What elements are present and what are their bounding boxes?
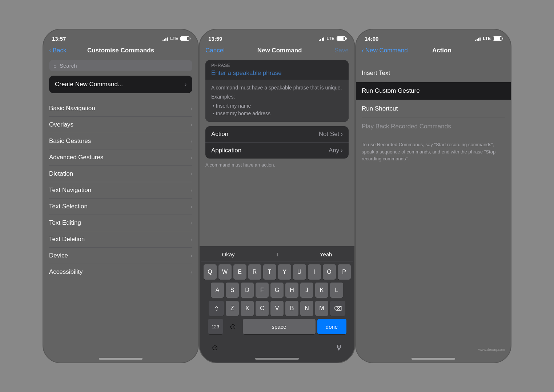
key-b[interactable]: B <box>285 301 298 316</box>
key-shift[interactable]: ⇧ <box>209 301 224 316</box>
status-time-3: 14:00 <box>365 36 378 42</box>
list-item-advanced-gestures[interactable]: Advanced Gestures › <box>49 149 192 166</box>
key-k[interactable]: K <box>315 283 328 298</box>
key-x[interactable]: X <box>241 301 254 316</box>
create-command-button[interactable]: Create New Command... › <box>49 76 192 93</box>
back-button-1[interactable]: ‹ Back <box>49 47 66 54</box>
signal-icon-2 <box>319 37 324 41</box>
key-a[interactable]: A <box>211 283 224 298</box>
lte-label-2: LTE <box>326 36 334 41</box>
list-label-text-navigation: Text Navigation <box>49 187 91 194</box>
key-i[interactable]: I <box>308 264 321 280</box>
action-item-run-shortcut[interactable]: Run Shortcut <box>362 100 505 118</box>
action-label: Action <box>211 131 228 138</box>
action-item-insert-text[interactable]: Insert Text <box>362 64 505 82</box>
battery-icon-1 <box>180 36 189 41</box>
key-j[interactable]: J <box>300 283 313 298</box>
suggestion-okay[interactable]: Okay <box>222 251 235 257</box>
key-l[interactable]: L <box>330 283 343 298</box>
key-done[interactable]: done <box>317 319 346 334</box>
suggestion-yeah[interactable]: Yeah <box>320 251 332 257</box>
home-indicator-1 <box>99 358 142 360</box>
key-delete[interactable]: ⌫ <box>330 301 345 316</box>
list-item-text-navigation[interactable]: Text Navigation › <box>49 182 192 199</box>
key-m[interactable]: M <box>315 301 328 316</box>
list-item-device[interactable]: Device › <box>49 248 192 264</box>
action-item-playback[interactable]: Play Back Recorded Commands <box>362 118 505 135</box>
list-item-dictation[interactable]: Dictation › <box>49 166 192 182</box>
status-bar-2: 13:59 LTE <box>200 29 354 45</box>
status-icons-2: LTE <box>319 36 346 41</box>
create-command-chevron: › <box>185 81 186 88</box>
action-item-run-custom-gesture[interactable]: Run Custom Gesture <box>356 82 511 100</box>
key-u[interactable]: U <box>293 264 306 280</box>
list-label-basic-navigation: Basic Navigation <box>49 105 95 112</box>
list-item-overlays[interactable]: Overlays › <box>49 117 192 133</box>
back-button-3[interactable]: ‹ New Command <box>362 47 408 54</box>
cancel-button[interactable]: Cancel <box>205 47 225 54</box>
list-item-text-selection[interactable]: Text Selection › <box>49 199 192 215</box>
keyboard: Okay I Yeah Q W E R T Y U I O P A S D F <box>200 246 354 363</box>
phrase-input[interactable]: Enter a speakable phrase <box>205 69 349 80</box>
list-label-accessibility: Accessibility <box>49 268 83 276</box>
phrase-input-placeholder: Enter a speakable phrase <box>211 69 282 76</box>
keyboard-row-3: ⇧ Z X C V B N M ⌫ <box>201 301 353 316</box>
list-chevron-text-navigation: › <box>190 187 192 193</box>
keyboard-row-2: A S D F G H J K L <box>201 283 353 298</box>
create-command-label: Create New Command... <box>55 81 123 88</box>
search-bar-1[interactable]: ⌕ Search <box>49 60 192 71</box>
nav-title-2: New Command <box>257 47 302 54</box>
keyboard-row-4: 123 ☺ space done <box>201 319 353 334</box>
signal-icon-1 <box>162 37 168 41</box>
key-space[interactable]: space <box>243 319 316 334</box>
key-y[interactable]: Y <box>278 264 291 280</box>
list-chevron-dictation: › <box>190 171 192 177</box>
action-row-inner[interactable]: Action Not Set › <box>205 126 349 143</box>
key-t[interactable]: T <box>263 264 276 280</box>
mic-icon[interactable]: 🎙 <box>331 340 347 355</box>
key-z[interactable]: Z <box>226 301 239 316</box>
watermark: www.deuaq.com <box>478 348 505 352</box>
key-q[interactable]: Q <box>204 264 217 280</box>
key-w[interactable]: W <box>218 264 232 280</box>
key-c[interactable]: C <box>256 301 269 316</box>
action-value: Not Set › <box>319 131 343 138</box>
phrase-hint: A command must have a speakable phrase t… <box>205 80 349 122</box>
nav-title-3: Action <box>432 47 451 54</box>
list-item-accessibility[interactable]: Accessibility › <box>49 264 192 280</box>
key-emoji[interactable]: ☺ <box>225 319 241 334</box>
key-s[interactable]: S <box>226 283 239 298</box>
list-chevron-text-editing: › <box>190 220 192 226</box>
list-label-advanced-gestures: Advanced Gestures <box>49 154 103 161</box>
list-chevron-basic-gestures: › <box>190 138 192 144</box>
key-n[interactable]: N <box>300 301 313 316</box>
status-time-1: 13:57 <box>52 36 66 42</box>
emoji-icon[interactable]: ☺ <box>207 340 223 355</box>
key-r[interactable]: R <box>248 264 261 280</box>
suggestion-i[interactable]: I <box>277 251 278 257</box>
lte-label-3: LTE <box>483 36 491 41</box>
save-button[interactable]: Save <box>334 47 349 54</box>
key-numbers[interactable]: 123 <box>208 319 223 334</box>
key-g[interactable]: G <box>270 283 284 298</box>
list-item-text-deletion[interactable]: Text Deletion › <box>49 231 192 248</box>
key-d[interactable]: D <box>241 283 254 298</box>
list-item-basic-gestures[interactable]: Basic Gestures › <box>49 133 192 149</box>
list-chevron-basic-navigation: › <box>190 105 192 111</box>
battery-icon-2 <box>337 36 346 41</box>
list-item-basic-navigation[interactable]: Basic Navigation › <box>49 100 192 117</box>
status-icons-1: LTE <box>162 36 189 41</box>
key-e[interactable]: E <box>233 264 246 280</box>
keyboard-extras: ☺ 🎙 <box>201 337 353 355</box>
key-p[interactable]: P <box>338 264 351 280</box>
key-h[interactable]: H <box>285 283 298 298</box>
key-o[interactable]: O <box>323 264 336 280</box>
application-label: Application <box>211 147 241 154</box>
list-item-text-editing[interactable]: Text Editing › <box>49 215 192 231</box>
action-section: Action Not Set › Application Any › A com… <box>205 126 349 168</box>
key-f[interactable]: F <box>256 283 269 298</box>
key-v[interactable]: V <box>270 301 284 316</box>
action-list-3: Insert Text Run Custom Gesture Run Short… <box>356 64 511 135</box>
phone-2: 13:59 LTE Cancel New Command Save PHRASE <box>199 29 355 363</box>
application-row-inner[interactable]: Application Any › <box>205 143 349 159</box>
